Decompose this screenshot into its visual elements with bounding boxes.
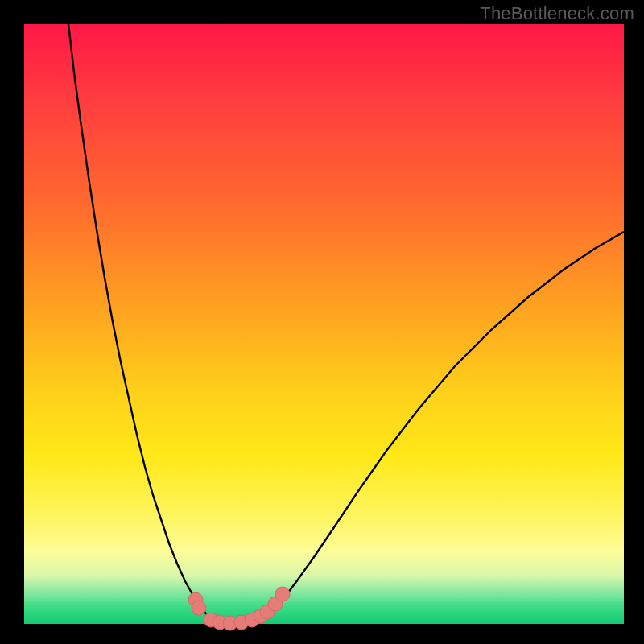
plot-area (24, 24, 624, 624)
curve-markers (188, 587, 290, 630)
attribution-label: TheBottleneck.com (480, 3, 634, 24)
bottleneck-curve (24, 24, 624, 624)
outer-frame: TheBottleneck.com (0, 0, 644, 644)
curve-line (68, 24, 624, 624)
curve-marker (192, 601, 206, 615)
curve-marker (275, 587, 290, 601)
